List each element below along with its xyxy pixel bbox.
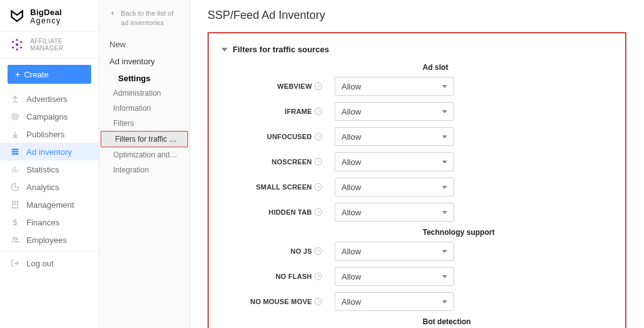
help-icon[interactable]: ? — [314, 82, 322, 90]
subnav-item[interactable]: Administration — [99, 86, 189, 101]
subnav-item[interactable]: Filters for traffic sour… — [101, 131, 188, 147]
create-button-label: Create — [24, 70, 48, 79]
help-icon[interactable]: ? — [314, 208, 322, 216]
help-icon[interactable]: ? — [314, 108, 322, 115]
form-highlight-box: Filters for traffic sources Ad slotWEBVI… — [208, 32, 626, 328]
subnav-new[interactable]: New — [99, 36, 189, 53]
filter-row: NO MOUSE MOVE?Allow — [221, 292, 613, 311]
nav-item-employees[interactable]: Employees — [0, 231, 99, 249]
nav-item-label: Analytics — [26, 183, 59, 192]
help-icon[interactable]: ? — [314, 247, 322, 255]
svg-point-5 — [16, 39, 18, 41]
chevron-down-icon — [442, 85, 447, 88]
doc-icon — [10, 200, 20, 210]
chevron-down-icon — [442, 250, 447, 253]
help-icon[interactable]: ? — [314, 183, 322, 191]
nav-item-label: Campaigns — [26, 112, 68, 122]
nav-item-management[interactable]: Management — [0, 196, 99, 213]
subnav-parent[interactable]: Ad inventory — [99, 53, 189, 70]
nav-item-analytics[interactable]: Analytics — [0, 178, 99, 196]
svg-point-9 — [14, 115, 17, 118]
subnav-item[interactable]: Integration — [99, 162, 189, 178]
filter-row: NO JS?Allow — [221, 242, 613, 261]
nav-item-publishers[interactable]: Publishers — [0, 125, 99, 143]
section-title: Filters for traffic sources — [233, 45, 329, 54]
nav-item-statistics[interactable]: Statistics — [0, 161, 99, 178]
nav-divider — [0, 251, 99, 252]
select-value: Allow — [341, 297, 361, 307]
filter-select[interactable]: Allow — [335, 102, 454, 121]
filter-select[interactable]: Allow — [335, 203, 454, 222]
grid-icon — [10, 147, 20, 157]
group-title: Ad slot — [423, 63, 613, 72]
filter-row: UNFOCUSED?Allow — [221, 127, 613, 146]
filter-select[interactable]: Allow — [335, 152, 454, 171]
back-link-label: Back to the list of ad inventories — [121, 9, 179, 28]
main-nav: AdvertisersCampaignsPublishersAd invento… — [0, 90, 99, 249]
select-value: Allow — [341, 107, 361, 116]
main-content: SSP/Feed Ad Inventory Filters for traffi… — [190, 0, 644, 328]
help-icon[interactable]: ? — [314, 158, 322, 166]
back-link[interactable]: Back to the list of ad inventories — [99, 8, 189, 36]
logout-button[interactable]: Log out — [0, 254, 99, 272]
filter-label: NOSCREEN? — [221, 158, 322, 166]
svg-point-0 — [16, 43, 18, 46]
select-value: Allow — [341, 82, 361, 91]
select-value: Allow — [341, 132, 361, 142]
filter-label: IFRAME? — [221, 108, 322, 115]
nav-item-label: Management — [26, 200, 74, 210]
role-icon — [9, 37, 25, 53]
filter-row: NOSCREEN?Allow — [221, 152, 613, 171]
svg-point-6 — [16, 48, 18, 50]
role-badge: AFFILIATE MANAGER — [0, 31, 99, 59]
users-icon — [10, 235, 20, 245]
svg-point-4 — [20, 47, 22, 48]
brand-subname: Agency — [30, 17, 62, 25]
help-icon[interactable]: ? — [314, 273, 322, 280]
nav-item-finances[interactable]: Finances — [0, 213, 99, 231]
group-title: Technology support — [423, 228, 613, 237]
create-button[interactable]: + Create — [8, 65, 91, 84]
secondary-sidebar: Back to the list of ad inventories New A… — [99, 0, 190, 328]
help-icon[interactable]: ? — [314, 298, 322, 305]
pie-icon — [10, 182, 20, 192]
subnav-item[interactable]: Optimization and rules — [99, 147, 189, 162]
filter-select[interactable]: Allow — [335, 178, 454, 196]
filter-select[interactable]: Allow — [335, 77, 454, 96]
section-header[interactable]: Filters for traffic sources — [221, 45, 613, 54]
logout-label: Log out — [26, 259, 53, 268]
page-title: SSP/Feed Ad Inventory — [208, 9, 626, 22]
nav-item-label: Employees — [26, 235, 67, 245]
upload-icon — [10, 94, 20, 104]
filter-label: NO JS? — [221, 247, 322, 255]
filter-label: NO MOUSE MOVE? — [221, 298, 322, 305]
nav-item-campaigns[interactable]: Campaigns — [0, 108, 99, 125]
nav-item-advertisers[interactable]: Advertisers — [0, 90, 99, 108]
nav-item-label: Ad inventory — [26, 147, 72, 157]
chevron-down-icon — [442, 110, 447, 113]
chevron-down-icon — [442, 211, 447, 214]
collapse-icon — [221, 48, 228, 52]
help-icon[interactable]: ? — [314, 133, 322, 140]
group-title: Bot detection — [423, 317, 613, 326]
filter-select[interactable]: Allow — [335, 242, 454, 261]
subnav-settings-heading[interactable]: Settings — [99, 70, 189, 86]
chevron-down-icon — [442, 275, 447, 278]
select-value: Allow — [341, 208, 361, 217]
svg-rect-11 — [12, 149, 19, 150]
svg-point-21 — [13, 237, 16, 240]
subnav-item[interactable]: Filters — [99, 116, 189, 131]
filter-select[interactable]: Allow — [335, 292, 454, 311]
brand-icon — [9, 8, 25, 26]
plus-icon: + — [15, 69, 20, 79]
filter-select[interactable]: Allow — [335, 267, 454, 286]
nav-item-label: Advertisers — [26, 94, 67, 104]
subnav-item[interactable]: Information — [99, 101, 189, 116]
svg-rect-12 — [12, 151, 19, 152]
target-icon — [10, 111, 20, 122]
nav-item-ad-inventory[interactable]: Ad inventory — [0, 143, 99, 161]
filter-select[interactable]: Allow — [335, 127, 454, 146]
svg-point-2 — [20, 41, 22, 43]
filter-label: UNFOCUSED? — [221, 133, 322, 140]
chevron-down-icon — [442, 300, 447, 303]
